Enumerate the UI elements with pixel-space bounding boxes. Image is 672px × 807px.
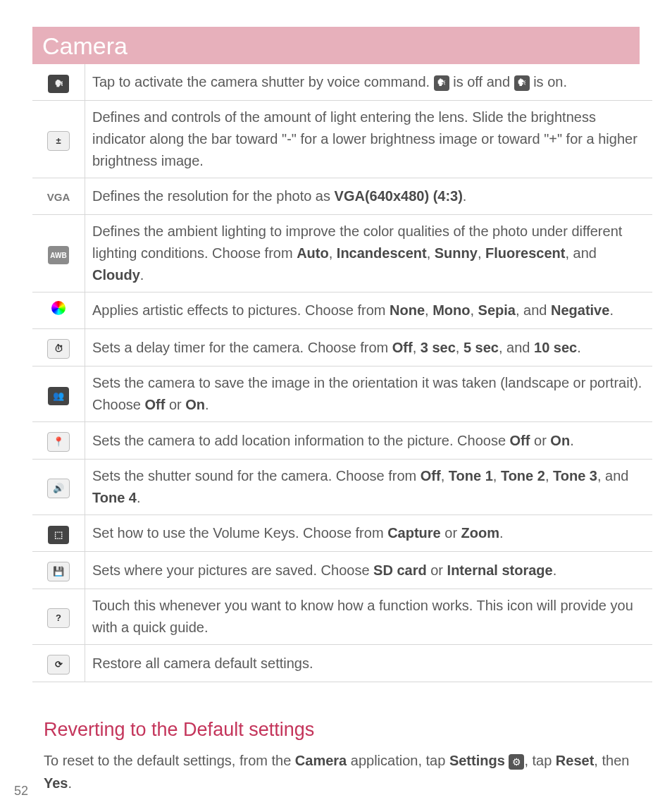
brightness-icon: ± (32, 101, 85, 178)
table-row: 🗣Tap to activate the camera shutter by v… (32, 64, 652, 101)
setting-description: Defines and controls of the amount of li… (85, 101, 653, 178)
table-row: 💾Sets where your pictures are saved. Cho… (32, 552, 652, 589)
page-title: Camera (32, 27, 640, 64)
shutter-sound-icon: 🔊 (32, 460, 85, 515)
setting-description: Sets the camera to add location informat… (85, 422, 653, 460)
geotag-icon: 📍 (32, 422, 85, 460)
color-effect-icon (32, 292, 85, 329)
settings-table: 🗣Tap to activate the camera shutter by v… (32, 64, 652, 682)
table-row: 👥Sets the camera to save the image in th… (32, 366, 652, 422)
setting-description: Defines the ambient lighting to improve … (85, 215, 653, 292)
table-row: VGADefines the resolution for the photo … (32, 178, 652, 215)
help-icon: ? (32, 589, 85, 645)
settings-gear-icon: ⚙ (509, 754, 524, 770)
vga-icon: VGA (32, 178, 85, 215)
setting-description: Sets where your pictures are saved. Choo… (85, 552, 653, 589)
page-number: 52 (14, 784, 28, 799)
table-row: ±Defines and controls of the amount of l… (32, 101, 652, 178)
setting-description: Sets the shutter sound for the camera. C… (85, 460, 653, 515)
table-row: AWBDefines the ambient lighting to impro… (32, 215, 652, 292)
setting-description: Restore all camera default settings. (85, 645, 653, 682)
table-row: 📍Sets the camera to add location informa… (32, 422, 652, 460)
table-row: Applies artistic effects to pictures. Ch… (32, 292, 652, 329)
setting-description: Applies artistic effects to pictures. Ch… (85, 292, 653, 329)
table-row: ?Touch this whenever you want to know ho… (32, 589, 652, 645)
table-row: ⏱Sets a delay timer for the camera. Choo… (32, 329, 652, 366)
table-row: 🔊Sets the shutter sound for the camera. … (32, 460, 652, 515)
section-body: To reset to the default settings, from t… (44, 749, 640, 794)
reset-icon: ⟳ (32, 645, 85, 682)
setting-description: Tap to activate the camera shutter by vo… (85, 64, 653, 101)
volume-key-icon: ⬚ (32, 515, 85, 552)
table-row: ⬚Set how to use the Volume Keys. Choose … (32, 515, 652, 552)
voice-on-icon: 🗣 (514, 75, 530, 91)
voice-off-icon: 🗣 (32, 64, 85, 101)
storage-icon: 💾 (32, 552, 85, 589)
awb-icon: AWB (32, 215, 85, 292)
table-row: ⟳Restore all camera default settings. (32, 645, 652, 682)
setting-description: Defines the resolution for the photo as … (85, 178, 653, 215)
voice-off-icon: 🗣 (434, 75, 449, 91)
timer-icon: ⏱ (32, 329, 85, 366)
setting-description: Sets the camera to save the image in the… (85, 366, 653, 422)
section-heading: Reverting to the Default settings (44, 719, 640, 741)
setting-description: Set how to use the Volume Keys. Choose f… (85, 515, 653, 552)
orientation-icon: 👥 (32, 366, 85, 422)
setting-description: Touch this whenever you want to know how… (85, 589, 653, 645)
setting-description: Sets a delay timer for the camera. Choos… (85, 329, 653, 366)
